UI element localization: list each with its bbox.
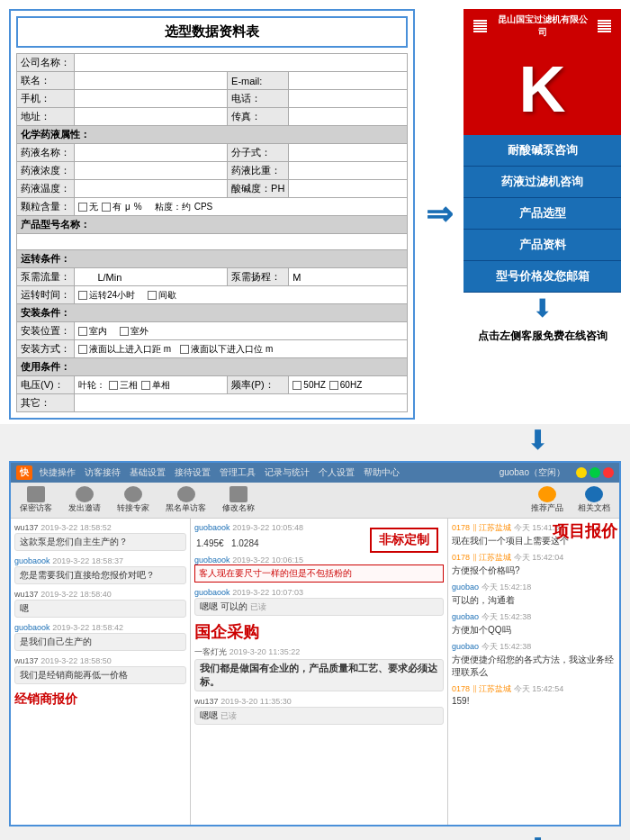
50hz: 50HZ: [292, 380, 325, 390]
molecule-label: 分子式：: [228, 144, 289, 162]
particle-none: 无: [78, 201, 98, 213]
toolbar-invite[interactable]: 发出邀请: [65, 484, 104, 516]
nav-reception[interactable]: 接待设置: [175, 466, 211, 479]
toolbar-rename[interactable]: 修改名称: [219, 484, 258, 516]
toolbar-protect[interactable]: 保密访客: [16, 484, 56, 516]
chem-section-header: 化学药液属性：: [17, 126, 408, 144]
operation-section-header: 运转条件：: [17, 250, 408, 268]
company-header: 昆山国宝过滤机有限公司: [464, 9, 621, 43]
right-content-1: 方便报个价格吗?: [452, 565, 616, 577]
toolbar-article[interactable]: 相关文档: [574, 484, 614, 516]
sender-wu137-3: wu137: [14, 656, 39, 665]
chat-section: 快 快捷操作 访客接待 基础设置 接待设置 管理工具 记录与统计 个人设置 帮助…: [9, 461, 621, 826]
barcode-left: [473, 20, 487, 32]
maximize-btn[interactable]: [590, 467, 600, 478]
company-label: 公司名称：: [17, 54, 75, 72]
nav-help[interactable]: 帮助中心: [364, 466, 400, 479]
toolbar-transfer[interactable]: 转接专家: [113, 484, 153, 516]
phone-value: [75, 90, 228, 108]
bubble-wu137-3: 我们是经销商能再低一价格: [14, 666, 186, 684]
bubble-wu137-1: 这款泵是您们自主生产的？: [14, 533, 186, 551]
specific-gravity-label: 药液比重：: [228, 162, 289, 180]
right-sender-0: 0178 ‖ 江苏盐城: [452, 523, 511, 532]
nav-basic[interactable]: 基础设置: [130, 466, 166, 479]
temperature-label: 药液温度：: [17, 180, 75, 198]
right-sender-5: 0178 ‖ 江苏盐城: [452, 684, 511, 693]
outdoor-option: 室外: [120, 325, 148, 338]
location-options: 室内 室外: [78, 325, 403, 338]
center-sender-3: 一客灯光: [194, 647, 227, 656]
nav-personal[interactable]: 个人设置: [319, 466, 355, 479]
acid-ph-value: [289, 180, 408, 198]
center-msg-2: guobaook 2019-3-22 10:07:03 嗯嗯 可以的 已读: [194, 587, 444, 616]
temperature-value: [75, 180, 228, 198]
right-content-4: 方便便捷介绍您的各式方法，我这业务经理联系么: [452, 654, 616, 679]
top-section: 选型数据资料表 公司名称： 联名： E-mail: 手机： 电话： 地址：: [0, 0, 630, 424]
right-msg-3: guobao 今天 15:42:38 方便加个QQ吗: [452, 611, 616, 637]
left-msg-4: wu137 2019-3-22 18:58:50 我们是经销商能再低一价格: [14, 655, 186, 684]
particle-has: 有: [102, 201, 122, 213]
arrow-right-icon: ⇒: [426, 195, 453, 233]
bubble-center-2: 嗯嗯 可以的 已读: [194, 598, 444, 616]
voltage-value: 叶轮： 三相 单相: [75, 376, 228, 394]
head-value: M: [289, 268, 408, 286]
install-method-label: 安装方式：: [17, 340, 75, 358]
minimize-btn[interactable]: [576, 467, 587, 478]
drug-name-value: [75, 144, 228, 162]
run-time-label: 运转时间：: [17, 286, 75, 304]
sender-guobao-2: guobaook: [14, 623, 50, 632]
left-msg-1: guobaook 2019-3-22 18:58:37 您是需要我们直接给您报价…: [14, 555, 186, 584]
barcode-right: [598, 20, 611, 32]
non-standard-label: 非标定制: [370, 528, 438, 553]
project-quote-label: 项目报价: [553, 520, 617, 542]
menu-btn-4[interactable]: 型号价格发您邮箱: [464, 261, 621, 293]
fax-value: [289, 108, 408, 126]
install-method-value: 液面以上进入口距 m 液面以下进入口位 m: [75, 340, 408, 358]
phone-label: 手机：: [17, 90, 75, 108]
chat-left: wu137 2019-3-22 18:58:52 这款泵是您们自主生产的？ gu…: [11, 519, 191, 825]
chat-logo: 快: [16, 465, 32, 480]
center-sender-2: guobaook: [194, 588, 230, 597]
above-liquid: 液面以上进入口距 m: [78, 343, 171, 356]
arrow-down-icon-1: ⬇: [526, 425, 549, 455]
highlighted-msg: 客人现在要尺寸一样的但是不包括粉的: [194, 565, 444, 583]
invite-icon: [76, 486, 94, 502]
tel-label: 电话：: [228, 90, 289, 108]
toolbar-recommend[interactable]: 推荐产品: [527, 484, 567, 516]
barcode-line-4: [473, 28, 487, 30]
voltage-label: 电压(V)：: [17, 376, 75, 394]
non-standard-area: 非标定制: [370, 528, 438, 553]
nav-visit[interactable]: 访客接待: [85, 466, 121, 479]
menu-btn-1[interactable]: 药液过滤机咨询: [464, 167, 621, 198]
nav-records[interactable]: 记录与统计: [265, 466, 310, 479]
seller-price-area: 经销商报价: [14, 691, 186, 708]
menu-btn-0[interactable]: 耐酸碱泵咨询: [464, 135, 621, 167]
bubble-guobao-2: 是我们自己生产的: [14, 633, 186, 651]
toolbar-blacklist[interactable]: 黑名单访客: [162, 484, 210, 516]
barcode-line-6: [598, 20, 611, 22]
form-title: 选型数据资料表: [16, 16, 408, 48]
menu-btn-2[interactable]: 产品选型: [464, 198, 621, 230]
sender-guobao-1: guobaook: [14, 556, 50, 565]
product-section-header: 产品型号名称：: [17, 216, 408, 234]
chat-center: 非标定制 guobaook 2019-3-22 10:05:48 1.495€ …: [191, 519, 448, 825]
below-liquid: 液面以下进入口位 m: [180, 343, 273, 356]
bubble-center-4: 嗯嗯 已读: [194, 707, 444, 725]
close-btn[interactable]: [603, 467, 614, 478]
nav-quick[interactable]: 快捷操作: [40, 466, 76, 479]
menu-btn-3[interactable]: 产品资料: [464, 230, 621, 261]
bubble-wu137-2: 嗯: [14, 600, 186, 618]
nav-mgmt[interactable]: 管理工具: [220, 466, 256, 479]
use-section-header: 使用条件：: [17, 358, 408, 376]
state-purchase-label: 国企采购: [194, 621, 444, 643]
install-loc-value: 室内 室外: [75, 322, 408, 340]
chat-body: wu137 2019-3-22 18:58:52 这款泵是您们自主生产的？ gu…: [11, 519, 619, 825]
barcode-line-9: [598, 28, 611, 30]
three-phase: 三相: [109, 379, 138, 392]
chat-nav: 快捷操作 访客接待 基础设置 接待设置 管理工具 记录与统计 个人设置 帮助中心: [40, 466, 400, 479]
user-info: guobao（空闲）: [500, 466, 565, 479]
head-label: 泵需扬程：: [228, 268, 289, 286]
left-msg-2: wu137 2019-3-22 18:58:40 嗯: [14, 589, 186, 618]
impeller-options: 叶轮： 三相 单相: [78, 379, 223, 392]
center-msg-1: guobaook 2019-3-22 10:06:15 客人现在要尺寸一样的但是…: [194, 555, 444, 583]
